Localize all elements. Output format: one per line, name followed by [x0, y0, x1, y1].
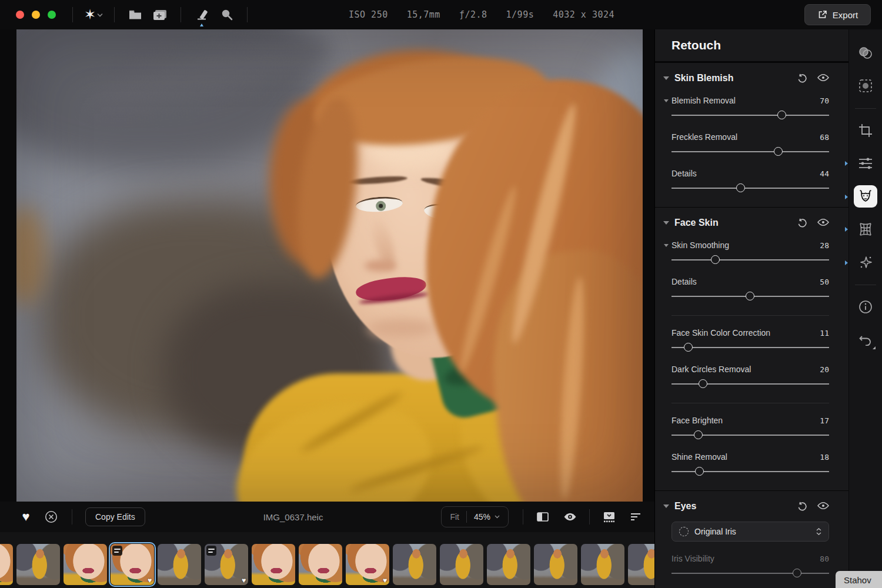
filmstrip-thumbnail[interactable]: [581, 544, 624, 585]
details-slider[interactable]: [671, 292, 829, 301]
dark-circles-removal-slider[interactable]: [671, 379, 829, 389]
control-value: 50: [820, 278, 829, 286]
iris-visibility-slider[interactable]: [671, 569, 829, 578]
tool-enhance[interactable]: [854, 251, 877, 273]
filmstrip-thumbnail[interactable]: [440, 544, 483, 585]
export-icon: [817, 10, 827, 20]
face-brighten-slider[interactable]: [671, 430, 829, 440]
tool-adjustments[interactable]: [854, 152, 877, 175]
filmstrip-thumbnail[interactable]: [299, 544, 342, 585]
tool-mesh-warp[interactable]: [854, 218, 877, 240]
zoom-level-dropdown[interactable]: 45%: [474, 512, 500, 522]
filmstrip-thumbnail[interactable]: ♥: [346, 544, 389, 585]
photo-canvas[interactable]: [16, 29, 643, 502]
filmstrip-thumbnail[interactable]: [534, 544, 577, 585]
collapse-triangle-icon[interactable]: [663, 505, 669, 508]
control-label: Face Skin Color Correction: [671, 328, 820, 338]
exif-iso: ISO 250: [349, 9, 388, 20]
skin-smoothing-slider[interactable]: [671, 255, 829, 265]
divider: [855, 108, 876, 109]
divider: [589, 509, 590, 524]
exif-focal-length: 15,7mm: [407, 9, 440, 20]
control-label: Dark Circles Removal: [671, 365, 820, 374]
details-slider[interactable]: [671, 183, 829, 193]
reset-icon[interactable]: [797, 74, 807, 83]
tool-face-retouch[interactable]: [854, 185, 877, 208]
eraser-tool-button[interactable]: [192, 5, 212, 25]
filmstrip-thumbnail[interactable]: [158, 544, 201, 585]
preview-original-button[interactable]: [560, 507, 580, 527]
exif-shutter: 1/99s: [506, 9, 534, 20]
export-button[interactable]: Export: [804, 4, 871, 25]
slider-knob[interactable]: [699, 379, 707, 388]
close-window-button[interactable]: [16, 11, 24, 19]
face-skin-color-correction-slider[interactable]: [671, 343, 829, 352]
compare-before-after-button[interactable]: [533, 507, 553, 527]
expand-triangle-icon[interactable]: [664, 244, 669, 247]
edited-marker: [845, 195, 848, 199]
slider-control: Face Skin Color Correction11: [663, 328, 829, 352]
reset-icon[interactable]: [797, 218, 807, 228]
filmstrip-thumbnail[interactable]: [16, 544, 60, 585]
slider-knob[interactable]: [793, 569, 801, 577]
filmstrip-thumbnail[interactable]: [64, 544, 107, 585]
slider-knob[interactable]: [694, 430, 703, 439]
sort-button[interactable]: [626, 507, 646, 527]
add-photos-button[interactable]: [150, 5, 170, 25]
visibility-eye-icon[interactable]: [817, 218, 829, 226]
slider-knob[interactable]: [774, 147, 783, 156]
tool-info[interactable]: [854, 296, 877, 318]
visibility-eye-icon[interactable]: [817, 502, 829, 510]
loupe-tool-button[interactable]: [216, 5, 236, 25]
sparkle-icon: ✶: [84, 8, 96, 22]
favorite-heart-icon: ♥: [242, 577, 246, 584]
slider-knob[interactable]: [711, 255, 720, 264]
collapse-triangle-icon[interactable]: [663, 76, 669, 80]
favorite-button[interactable]: ♥: [16, 507, 36, 527]
collapse-triangle-icon[interactable]: [663, 221, 669, 225]
exif-dimensions: 4032 x 3024: [553, 9, 614, 20]
reject-button[interactable]: [41, 507, 61, 527]
divider: [247, 7, 248, 22]
divider: [181, 7, 181, 22]
ai-sparkle-tool-button[interactable]: ✶: [83, 5, 103, 25]
filmstrip-thumbnail[interactable]: [393, 544, 436, 585]
minimize-window-button[interactable]: [32, 11, 40, 19]
filmstrip-thumbnail[interactable]: [628, 544, 654, 585]
control-value: 70: [820, 96, 829, 105]
slider-knob[interactable]: [777, 111, 786, 119]
copy-edits-button[interactable]: Copy Edits: [85, 507, 145, 526]
filmstrip-thumbnail[interactable]: ♥: [205, 544, 248, 585]
slider-control: Iris Visibility80: [663, 554, 829, 578]
filmstrip-thumbnail-selected[interactable]: ♥: [111, 544, 154, 585]
tool-undo[interactable]: [854, 329, 877, 351]
visibility-eye-icon[interactable]: [817, 74, 829, 82]
filmstrip-thumbnail[interactable]: [487, 544, 530, 585]
freckles-removal-slider[interactable]: [671, 147, 829, 156]
filmstrip-toggle-button[interactable]: [599, 507, 619, 527]
blemish-removal-slider[interactable]: [671, 111, 829, 120]
filmstrip-thumbnail[interactable]: [252, 544, 295, 585]
catalog-folder-button[interactable]: [125, 5, 145, 25]
slider-knob[interactable]: [684, 343, 693, 352]
reset-icon[interactable]: [797, 502, 807, 512]
exif-readout: ISO 250 15,7mm ƒ/2.8 1/99s 4032 x 3024: [349, 0, 614, 29]
edited-badge-icon: [206, 546, 216, 556]
tool-mask-select[interactable]: [854, 75, 877, 97]
filmstrip: ♥♥♥♥: [0, 532, 654, 588]
expand-triangle-icon[interactable]: [664, 99, 669, 102]
filmstrip-thumbnail[interactable]: ♥: [0, 544, 13, 585]
tool-crop[interactable]: [854, 119, 877, 142]
zoom-window-button[interactable]: [48, 11, 56, 19]
face-icon: [858, 189, 873, 203]
fit-button[interactable]: Fit: [450, 512, 459, 522]
slider-knob[interactable]: [736, 183, 745, 192]
iris-style-dropdown[interactable]: Original Iris: [671, 522, 829, 542]
filmstrip-row: ♥♥♥♥: [0, 544, 654, 585]
split-compare-icon: [536, 512, 549, 522]
slider-knob[interactable]: [695, 467, 704, 476]
shine-removal-slider[interactable]: [671, 467, 829, 476]
slider-knob[interactable]: [746, 292, 754, 300]
tool-erase-group[interactable]: [854, 42, 877, 64]
control-value: 18: [820, 453, 829, 462]
